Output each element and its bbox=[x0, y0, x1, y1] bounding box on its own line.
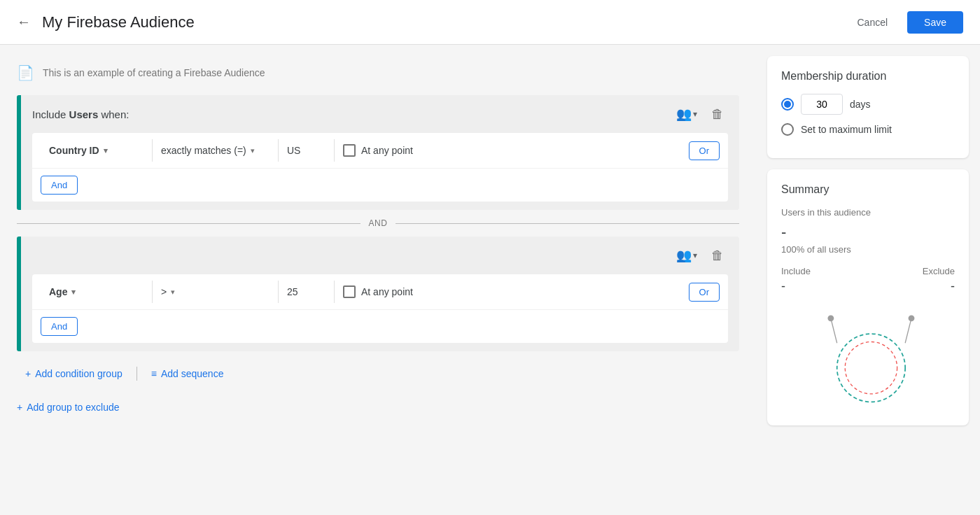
or-button-1-0[interactable]: Or bbox=[689, 141, 720, 160]
description-input[interactable] bbox=[43, 67, 739, 78]
membership-days-row: days bbox=[781, 94, 955, 115]
page-title-bold: Audience bbox=[127, 13, 195, 31]
vertical-divider bbox=[136, 367, 137, 381]
value-label-1-0: US bbox=[287, 145, 300, 156]
days-input[interactable] bbox=[801, 94, 843, 115]
at-any-point-checkbox-2-0[interactable] bbox=[343, 285, 356, 298]
summary-inc-exc-values: - - bbox=[781, 279, 955, 294]
summary-include-label: Include bbox=[781, 266, 811, 276]
chevron-down-icon-2: ▾ bbox=[693, 251, 697, 260]
at-any-point-checkbox-1-0[interactable] bbox=[343, 144, 356, 157]
group-users-btn-1[interactable]: 👥 ▾ bbox=[672, 104, 701, 125]
summary-percent: 100% of all users bbox=[781, 244, 955, 255]
condition-field-1-0[interactable]: Country ID ▾ bbox=[41, 139, 153, 162]
group-actions-1: 👥 ▾ 🗑 bbox=[672, 104, 728, 125]
max-limit-label: Set to maximum limit bbox=[801, 124, 892, 135]
back-button[interactable]: ← bbox=[17, 14, 31, 30]
operator-arrow-2-0: ▾ bbox=[171, 288, 175, 297]
condition-group-1: Include Users when: 👥 ▾ 🗑 bbox=[17, 95, 739, 210]
seq-icon: ≡ bbox=[151, 368, 157, 379]
cancel-button[interactable]: Cancel bbox=[846, 11, 899, 34]
group-delete-btn-2[interactable]: 🗑 bbox=[707, 246, 728, 266]
add-group-exclude-button[interactable]: + Add group to exclude bbox=[17, 396, 120, 418]
operator-label-1-0: exactly matches (=) bbox=[161, 145, 246, 156]
add-sequence-button[interactable]: ≡ Add sequence bbox=[143, 362, 232, 385]
condition-value-1-0[interactable]: US bbox=[279, 139, 335, 162]
summary-title: Summary bbox=[781, 183, 955, 196]
operator-label-2-0: > bbox=[161, 286, 167, 297]
add-condition-group-label: Add condition group bbox=[35, 368, 122, 379]
condition-at-any-point-1-0: At any point bbox=[335, 139, 683, 162]
main-layout: 📄 Include Users when: 👥 ▾ bbox=[0, 45, 980, 437]
summary-include-value: - bbox=[781, 279, 785, 294]
field-arrow-2-0: ▾ bbox=[71, 288, 76, 297]
group-title-prefix-1: Include bbox=[32, 108, 69, 120]
condition-operator-2-0[interactable]: > ▾ bbox=[153, 281, 279, 303]
group-body-2: 👥 ▾ 🗑 Age ▾ bbox=[21, 237, 739, 351]
add-sequence-label: Add sequence bbox=[161, 368, 224, 379]
and-separator-text: AND bbox=[369, 218, 388, 228]
condition-groups-container: Include Users when: 👥 ▾ 🗑 bbox=[17, 95, 739, 390]
svg-point-5 bbox=[845, 342, 897, 394]
group-header-1: Include Users when: 👥 ▾ 🗑 bbox=[32, 104, 728, 125]
bottom-actions: + Add condition group ≡ Add sequence bbox=[17, 351, 739, 390]
left-panel: 📄 Include Users when: 👥 ▾ bbox=[0, 45, 756, 437]
group-header-2: 👥 ▾ 🗑 bbox=[32, 245, 728, 266]
value-label-2-0: 25 bbox=[287, 286, 298, 297]
and-button-1[interactable]: And bbox=[41, 176, 78, 195]
doc-icon: 📄 bbox=[17, 64, 34, 81]
trash-icon-2: 🗑 bbox=[711, 248, 724, 263]
membership-duration-card: Membership duration days Set to maximum … bbox=[767, 56, 969, 158]
membership-max-row: Set to maximum limit bbox=[781, 123, 955, 136]
group-body-1: Include Users when: 👥 ▾ 🗑 bbox=[21, 95, 739, 210]
app-header: ← My Firebase Audience Cancel Save bbox=[0, 0, 980, 45]
condition-operator-1-0[interactable]: exactly matches (=) ▾ bbox=[153, 139, 279, 162]
and-button-2[interactable]: And bbox=[41, 317, 78, 336]
summary-dash: - bbox=[781, 223, 955, 241]
group-title-1: Include Users when: bbox=[32, 108, 129, 120]
save-button[interactable]: Save bbox=[907, 11, 963, 34]
group-actions-2: 👥 ▾ 🗑 bbox=[672, 245, 728, 266]
radio-days[interactable] bbox=[781, 98, 794, 111]
group-title-bold-1: Users bbox=[69, 108, 99, 120]
membership-duration-title: Membership duration bbox=[781, 70, 955, 83]
summary-subtitle: Users in this audience bbox=[781, 207, 955, 218]
days-label: days bbox=[850, 99, 871, 110]
radio-max-limit[interactable] bbox=[781, 123, 794, 136]
add-condition-group-button[interactable]: + Add condition group bbox=[17, 362, 131, 385]
page-title-prefix: My Firebase bbox=[42, 13, 127, 31]
svg-point-1 bbox=[909, 315, 915, 321]
conditions-box-2: Age ▾ > ▾ 25 bbox=[32, 274, 728, 343]
header-actions: Cancel Save bbox=[846, 11, 963, 34]
svg-point-0 bbox=[827, 315, 834, 321]
users-icon-1: 👥 bbox=[676, 106, 692, 122]
and-btn-row-1: And bbox=[32, 169, 728, 202]
field-label-2-0: Age bbox=[49, 286, 67, 297]
or-button-2-0[interactable]: Or bbox=[689, 283, 720, 302]
condition-row-2-0: Age ▾ > ▾ 25 bbox=[32, 274, 728, 310]
field-label-1-0: Country ID bbox=[49, 145, 99, 156]
chevron-down-icon-1: ▾ bbox=[693, 109, 697, 119]
summary-inc-exc-row: Include Exclude bbox=[781, 266, 955, 276]
right-panel: Membership duration days Set to maximum … bbox=[756, 45, 980, 437]
users-icon-2: 👥 bbox=[676, 248, 692, 263]
condition-value-2-0[interactable]: 25 bbox=[279, 281, 335, 303]
add-condition-plus-icon: + bbox=[25, 368, 31, 379]
condition-group-2: 👥 ▾ 🗑 Age ▾ bbox=[17, 237, 739, 351]
conditions-box-1: Country ID ▾ exactly matches (=) ▾ US bbox=[32, 133, 728, 202]
condition-at-any-point-2-0: At any point bbox=[335, 280, 683, 304]
summary-card: Summary Users in this audience - 100% of… bbox=[767, 169, 969, 425]
svg-line-2 bbox=[831, 318, 837, 343]
chart-svg bbox=[781, 299, 955, 411]
page-title: My Firebase Audience bbox=[42, 13, 195, 31]
chart-area bbox=[781, 299, 955, 411]
group-users-btn-2[interactable]: 👥 ▾ bbox=[672, 245, 701, 266]
operator-arrow-1-0: ▾ bbox=[251, 146, 255, 155]
header-left: ← My Firebase Audience bbox=[17, 13, 195, 31]
condition-field-2-0[interactable]: Age ▾ bbox=[41, 281, 153, 303]
summary-exclude-label: Exclude bbox=[923, 266, 955, 276]
at-any-point-label-1-0: At any point bbox=[361, 145, 413, 156]
group-delete-btn-1[interactable]: 🗑 bbox=[707, 104, 728, 125]
svg-point-4 bbox=[837, 334, 905, 402]
add-group-plus-icon: + bbox=[17, 402, 22, 413]
